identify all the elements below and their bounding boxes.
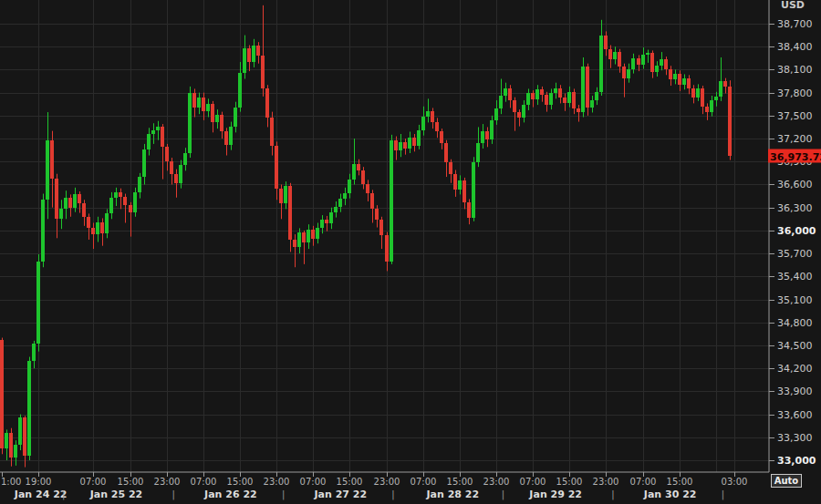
- candle: [655, 61, 659, 77]
- candle: [59, 200, 63, 229]
- candle-body: [5, 433, 8, 449]
- candle-body: [453, 174, 457, 190]
- candle: [545, 92, 548, 112]
- candle: [338, 194, 342, 212]
- candle-body: [18, 417, 22, 445]
- candle: [426, 98, 430, 122]
- auto-scale-button-label: Auto: [774, 476, 799, 486]
- auto-scale-button[interactable]: Auto: [772, 475, 802, 488]
- bitcoin-hourly-candlestick-chart[interactable]: 38,70038,40038,10037,80037,50037,20036,9…: [0, 0, 821, 504]
- candle-body: [490, 120, 494, 139]
- candle-body: [379, 220, 383, 235]
- candle-body: [421, 117, 425, 130]
- candle-body: [297, 232, 301, 246]
- candle-body: [449, 162, 452, 174]
- candle: [192, 88, 196, 117]
- candle-body: [399, 142, 402, 150]
- time-tick-label: 23:00: [154, 477, 181, 487]
- candle-body: [105, 213, 109, 233]
- candle-body: [224, 131, 228, 145]
- candle: [399, 134, 402, 157]
- candle: [390, 135, 393, 264]
- candle-body: [9, 433, 13, 458]
- candle: [229, 122, 233, 150]
- candle: [701, 86, 704, 114]
- candle-body: [270, 118, 274, 147]
- candle: [586, 64, 589, 116]
- candle-body: [719, 81, 722, 97]
- candle: [435, 118, 439, 138]
- candle-body: [595, 92, 598, 100]
- candle: [449, 159, 452, 183]
- candle-body: [650, 53, 654, 72]
- candle-body: [91, 228, 95, 235]
- candle: [499, 79, 503, 115]
- candle: [174, 170, 178, 198]
- date-label: Jan 24 22: [14, 489, 68, 500]
- candle: [41, 194, 45, 268]
- candle: [595, 87, 598, 105]
- candle-body: [133, 192, 137, 212]
- candle: [18, 415, 22, 450]
- date-separator: |: [171, 489, 174, 500]
- candle: [481, 124, 484, 149]
- candle-body: [348, 180, 351, 193]
- candle: [408, 131, 411, 153]
- candle: [293, 234, 296, 267]
- candle: [403, 139, 407, 155]
- candle-body: [554, 88, 557, 94]
- candle: [64, 190, 68, 219]
- time-axis-ticks[interactable]: [3, 472, 735, 477]
- candle: [691, 85, 695, 103]
- price-tick-label: 33,300: [777, 432, 813, 444]
- price-axis-ticks[interactable]: [769, 25, 774, 461]
- candle-body: [0, 340, 4, 448]
- date-label: Jan 30 22: [643, 489, 697, 500]
- price-tick-label: 36,300: [777, 202, 813, 214]
- candle-body: [192, 93, 196, 108]
- candle: [87, 213, 90, 240]
- date-separator: |: [391, 489, 394, 500]
- candle: [270, 112, 274, 156]
- candle: [394, 137, 398, 160]
- candle: [664, 57, 668, 75]
- candle: [334, 201, 338, 218]
- candle-body: [522, 105, 525, 118]
- price-axis-labels: 38,70038,40038,10037,80037,50037,20036,9…: [777, 18, 816, 467]
- candle: [567, 87, 571, 108]
- candle-body: [114, 192, 118, 198]
- candle-body: [714, 97, 718, 100]
- candle-body: [599, 36, 603, 92]
- price-tick-label: 33,900: [777, 386, 813, 397]
- candle: [261, 5, 265, 97]
- candle-body: [655, 66, 659, 72]
- candle: [682, 74, 686, 89]
- candle-body: [604, 36, 608, 49]
- candle-body: [637, 58, 640, 65]
- price-tick-label: 38,100: [777, 64, 813, 76]
- candle: [472, 157, 475, 221]
- candle: [46, 112, 49, 219]
- candle: [91, 222, 95, 249]
- price-tick-label: 33,600: [777, 409, 813, 421]
- candle-body: [370, 193, 374, 209]
- candle: [36, 254, 40, 352]
- candle: [714, 92, 718, 107]
- candle: [678, 70, 681, 91]
- candle: [206, 98, 210, 117]
- price-tick-label: 34,200: [777, 363, 813, 375]
- price-tick-label: 36,600: [777, 179, 813, 190]
- candle: [462, 178, 466, 209]
- candle-body: [728, 87, 732, 156]
- candle-body: [179, 165, 182, 183]
- candle: [549, 88, 553, 109]
- candle-body: [100, 222, 104, 234]
- candle: [114, 188, 118, 206]
- candle: [673, 69, 677, 84]
- candle: [311, 226, 315, 246]
- candle-body: [156, 127, 160, 130]
- candle-body: [329, 212, 333, 224]
- candle-body: [211, 104, 214, 121]
- date-separator: |: [611, 489, 614, 500]
- time-axis-labels: 1:0019:0007:0015:0023:0007:0015:0023:000…: [1, 477, 747, 487]
